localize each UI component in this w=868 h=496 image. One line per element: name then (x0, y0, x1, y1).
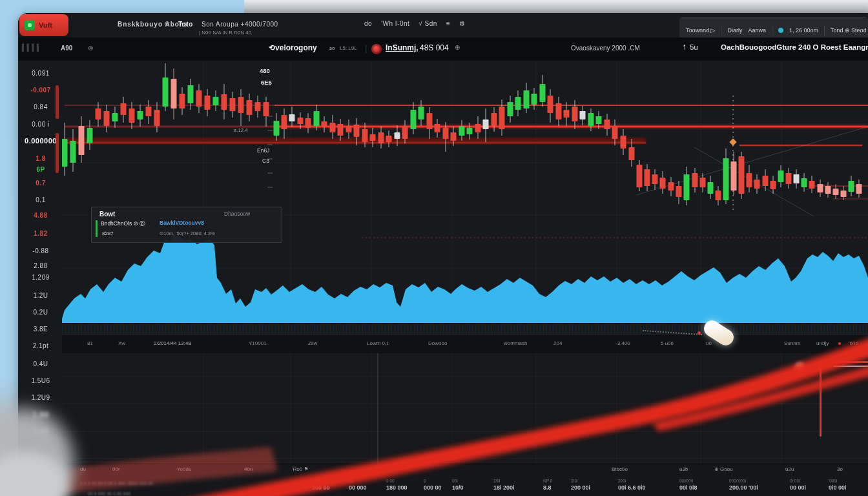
bottombar-label[interactable]: ⊕ Goou (714, 466, 733, 472)
time-axis-label: 5 u06 (661, 340, 674, 346)
bottombar-label[interactable]: Btbc0o (612, 466, 628, 472)
sidebar-price-value: 4.88 (22, 212, 59, 219)
red-marker-blob (795, 362, 805, 371)
forward-button[interactable]: Toownnd ▷ (686, 27, 715, 34)
micro-text: 1 0 0 00 00 0 00 0 000 :0000 000 00 (80, 481, 153, 486)
bottombar-label[interactable]: 'Ro0 ⚑ (292, 466, 309, 472)
symbol-info-icon[interactable]: ⊕ (455, 44, 460, 51)
ticker-cell-label: 00i/000 (679, 479, 693, 483)
chart-title: OachBouogoodGture 240 O Roest Eaangraw (721, 43, 868, 51)
sidebar-price-value: 0.2U (22, 309, 59, 316)
bottombar-label[interactable]: du (80, 466, 86, 472)
trade-button[interactable]: Tond ⊕ Steod (831, 27, 867, 34)
balance-value: 1, 26 00om (789, 27, 818, 34)
time-axis-label: '60b (849, 340, 858, 346)
sidebar-price-value: 1.8 (22, 155, 59, 162)
ticker-cell-label: 0 00 (312, 479, 320, 483)
time-axis-label: 81 (87, 340, 93, 346)
toolbar-badge[interactable]: A90 (61, 45, 72, 52)
ticker-cell-label: 200i (618, 479, 626, 483)
menu-item[interactable]: √ Sdn (418, 20, 437, 27)
overview-label[interactable]: Ovaoskaveny 2000 .CM (571, 45, 640, 52)
sidebar-price-value: 2.88 (22, 262, 59, 269)
green-status-bar (96, 220, 98, 237)
ticker-cell-value: 00i 6.6 0i0 (618, 484, 646, 491)
red-horizontal-marker (833, 361, 868, 363)
change-indicator: ↿ 5u (682, 43, 698, 52)
ticker-cell-value: 300 00 (312, 484, 330, 491)
sidebar-price-value: 0.4U (22, 360, 59, 367)
symbol-toolbar: ▍▍▍▍ A90 ⊜ ⟲velorogony so L5: L9L | InSu… (18, 37, 868, 61)
red-vertical-marker (820, 360, 822, 437)
ticker-cell-value: 200.00 '00i (729, 484, 758, 491)
ticker-cell-label: 0 00 (386, 479, 395, 483)
sidebar-price-value: 0.00 i (22, 121, 59, 128)
time-axis-label: Y10001 (249, 340, 267, 346)
ticker-cell-label: 0 (424, 479, 426, 483)
bottombar-label[interactable]: 00r (112, 466, 120, 472)
ticker-cell-value: 8.8 (543, 484, 552, 491)
topbar-primary[interactable]: Toto (178, 21, 193, 28)
sidebar-price-value: 0.1 (22, 196, 59, 203)
ticker-cell-value: 000 00 (424, 484, 442, 491)
menu-item[interactable]: do (364, 20, 372, 27)
refresh-label[interactable]: ⟲velorogony (269, 43, 317, 52)
menu-item[interactable]: 'Wh I-0nt (381, 20, 409, 27)
trail-red-dot (698, 331, 701, 335)
panel-value-4: C3 (262, 158, 269, 164)
globe-icon[interactable]: ⊕ (164, 20, 170, 27)
ticker-cell-value: 18i 200i (493, 484, 515, 491)
ticker-cell-label: 2/0i (493, 479, 500, 483)
topbar-symbol[interactable]: Son Aroupa +4000/7000 (202, 21, 278, 28)
area-base-hatch (62, 325, 868, 334)
bottombar-label[interactable]: u3b (679, 466, 688, 472)
bottombar-label[interactable]: Yo0du (177, 466, 191, 472)
bottombar-label[interactable]: 3o (837, 466, 843, 472)
alert-link[interactable]: BawklVDtoouvv8 (160, 220, 204, 226)
symbol-value: 48S 004 (420, 43, 449, 52)
time-axis-label: wommash (504, 340, 527, 346)
alert-panel-title: Bowt (99, 211, 115, 218)
ticker-cell-label: 000/'000i (729, 479, 746, 483)
window-topbar: Bnskkbouyo Abona ⊕ Toto Son Aroupa +4000… (18, 13, 868, 38)
ticker-cell-value: 00i 0i8 (679, 484, 698, 491)
time-axis-label: und]y (816, 340, 829, 346)
toolbar-badge-icon[interactable]: ⊜ (88, 45, 93, 52)
panel-value-1: 480 (260, 67, 270, 74)
separator: | (365, 43, 367, 53)
sidebar-price-value: 0.000000 (22, 137, 59, 145)
alert-meta: ⊙10m. '50(?+ 2080; 4.3% (160, 231, 215, 236)
sidebar-price-value: 1.2U9 (22, 394, 59, 401)
arrange-button[interactable]: Aanwa (748, 27, 766, 34)
bottom-ticker-bar[interactable]: 1 0 0 00 00 0 00 0 000 :0000 000 00 00 0… (62, 464, 868, 496)
micro-text: 00 0 000 00 0 00 000 (88, 491, 130, 496)
time-axis-label: 2/2014/44 13:48 (154, 340, 191, 346)
ticker-cell-value: 10/0 (452, 484, 464, 491)
drawing-tools-icon[interactable]: ▍▍▍▍ (22, 44, 42, 51)
symbol-name[interactable]: InSunmj, (386, 43, 418, 52)
sidebar-price-value: -0.007 (22, 87, 59, 94)
topbar-mini-menu: do 'Wh I-0nt √ Sdn ≡ ⚙ (364, 20, 466, 27)
time-axis-label: Zilw (308, 340, 317, 346)
app-logo-badge[interactable]: Vuft (19, 14, 68, 36)
time-axis-label: -3,400 (615, 340, 630, 346)
bottombar-label[interactable]: 40n (244, 466, 253, 472)
daily-button[interactable]: Diarly (727, 27, 742, 34)
ticker-cell-label: 00 (349, 479, 353, 483)
ticker-cell-value: 0i0 00i (829, 484, 847, 491)
alert-panel[interactable]: Bowt Dhaosoow BndhChnOls ⊘ ⓑ BawklVDtoou… (91, 207, 282, 243)
lower-grid (62, 353, 868, 464)
panel-value-3: En6J (257, 147, 269, 154)
bottombar-label[interactable]: u2u (785, 466, 794, 472)
red-range-bar (56, 85, 59, 119)
screen: Bnskkbouyo Abona ⊕ Toto Son Aroupa +4000… (0, 0, 868, 496)
ticker-cell-value: 00 00i (790, 484, 806, 491)
ticker-cell-label: 2/0i (571, 479, 577, 483)
sidebar-price-value: 3.8E (22, 326, 59, 333)
lower-chart-panel[interactable] (62, 353, 868, 464)
gear-icon[interactable]: ⚙ (459, 20, 465, 27)
menu-item[interactable]: ≡ (446, 20, 450, 27)
white-horizontal-marker (833, 366, 868, 367)
ticker-cell-label: 00i (452, 479, 458, 483)
time-axis[interactable]: 81Xw2/2014/44 13:48Y10001ZilwLowm 0,1Dow… (62, 334, 868, 355)
